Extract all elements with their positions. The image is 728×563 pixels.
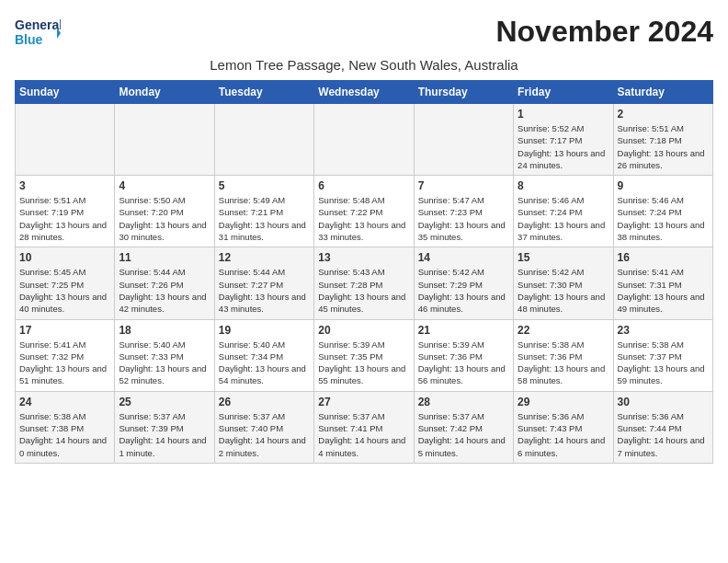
day-number: 15: [518, 251, 609, 264]
logo-svg: General Blue: [15, 15, 61, 53]
day-cell: 16Sunrise: 5:41 AM Sunset: 7:31 PM Dayli…: [613, 247, 712, 319]
location-title: Lemon Tree Passage, New South Wales, Aus…: [15, 57, 713, 73]
day-cell: 14Sunrise: 5:42 AM Sunset: 7:29 PM Dayli…: [414, 247, 513, 319]
day-number: 18: [119, 324, 210, 337]
day-number: 4: [119, 179, 210, 192]
day-number: 24: [19, 396, 110, 408]
svg-text:Blue: Blue: [15, 32, 43, 47]
day-info: Sunrise: 5:44 AM Sunset: 7:27 PM Dayligh…: [219, 266, 310, 315]
col-header-friday: Friday: [514, 81, 613, 104]
day-info: Sunrise: 5:39 AM Sunset: 7:35 PM Dayligh…: [318, 339, 409, 387]
day-cell: 19Sunrise: 5:40 AM Sunset: 7:34 PM Dayli…: [214, 319, 313, 391]
day-number: 21: [418, 324, 509, 337]
day-cell: 25Sunrise: 5:37 AM Sunset: 7:39 PM Dayli…: [115, 391, 214, 463]
day-info: Sunrise: 5:49 AM Sunset: 7:21 PM Dayligh…: [219, 194, 310, 243]
day-info: Sunrise: 5:43 AM Sunset: 7:28 PM Dayligh…: [318, 266, 409, 315]
col-header-wednesday: Wednesday: [314, 81, 414, 104]
day-cell: 21Sunrise: 5:39 AM Sunset: 7:36 PM Dayli…: [414, 319, 513, 391]
day-cell: [414, 104, 513, 176]
day-info: Sunrise: 5:38 AM Sunset: 7:36 PM Dayligh…: [518, 339, 609, 387]
day-cell: 9Sunrise: 5:46 AM Sunset: 7:24 PM Daylig…: [613, 176, 712, 247]
day-number: 9: [618, 179, 709, 192]
day-info: Sunrise: 5:42 AM Sunset: 7:30 PM Dayligh…: [518, 266, 609, 315]
day-info: Sunrise: 5:39 AM Sunset: 7:36 PM Dayligh…: [418, 339, 509, 387]
day-info: Sunrise: 5:41 AM Sunset: 7:32 PM Dayligh…: [19, 339, 110, 387]
day-cell: [115, 104, 214, 176]
day-cell: 30Sunrise: 5:36 AM Sunset: 7:44 PM Dayli…: [613, 391, 712, 463]
day-cell: 17Sunrise: 5:41 AM Sunset: 7:32 PM Dayli…: [16, 319, 115, 391]
day-cell: 15Sunrise: 5:42 AM Sunset: 7:30 PM Dayli…: [514, 247, 613, 319]
week-row-4: 24Sunrise: 5:38 AM Sunset: 7:38 PM Dayli…: [16, 391, 713, 463]
day-number: 28: [418, 396, 509, 408]
day-info: Sunrise: 5:46 AM Sunset: 7:24 PM Dayligh…: [518, 194, 609, 243]
day-cell: [214, 104, 313, 176]
day-cell: 1Sunrise: 5:52 AM Sunset: 7:17 PM Daylig…: [514, 104, 613, 176]
day-info: Sunrise: 5:37 AM Sunset: 7:41 PM Dayligh…: [318, 410, 409, 459]
calendar-table: SundayMondayTuesdayWednesdayThursdayFrid…: [15, 80, 713, 464]
day-number: 25: [119, 396, 210, 408]
day-number: 1: [518, 108, 609, 121]
day-number: 16: [618, 251, 709, 264]
day-cell: 8Sunrise: 5:46 AM Sunset: 7:24 PM Daylig…: [514, 176, 613, 247]
day-info: Sunrise: 5:36 AM Sunset: 7:44 PM Dayligh…: [618, 410, 709, 459]
day-cell: 23Sunrise: 5:38 AM Sunset: 7:37 PM Dayli…: [613, 319, 712, 391]
day-info: Sunrise: 5:37 AM Sunset: 7:39 PM Dayligh…: [119, 410, 210, 459]
day-cell: 24Sunrise: 5:38 AM Sunset: 7:38 PM Dayli…: [16, 391, 115, 463]
day-info: Sunrise: 5:51 AM Sunset: 7:18 PM Dayligh…: [618, 122, 709, 171]
day-number: 3: [19, 179, 110, 192]
day-cell: 4Sunrise: 5:50 AM Sunset: 7:20 PM Daylig…: [115, 176, 214, 247]
day-number: 11: [119, 251, 210, 264]
day-info: Sunrise: 5:41 AM Sunset: 7:31 PM Dayligh…: [618, 266, 709, 315]
day-number: 5: [219, 179, 310, 192]
day-number: 7: [418, 179, 509, 192]
day-info: Sunrise: 5:50 AM Sunset: 7:20 PM Dayligh…: [119, 194, 210, 243]
month-title: November 2024: [495, 15, 713, 49]
day-cell: 22Sunrise: 5:38 AM Sunset: 7:36 PM Dayli…: [514, 319, 613, 391]
day-number: 29: [518, 396, 609, 408]
day-info: Sunrise: 5:51 AM Sunset: 7:19 PM Dayligh…: [19, 194, 110, 243]
day-cell: 27Sunrise: 5:37 AM Sunset: 7:41 PM Dayli…: [314, 391, 414, 463]
header: General Blue November 2024: [15, 15, 713, 53]
week-row-0: 1Sunrise: 5:52 AM Sunset: 7:17 PM Daylig…: [16, 104, 713, 176]
col-header-sunday: Sunday: [16, 81, 115, 104]
day-cell: 10Sunrise: 5:45 AM Sunset: 7:25 PM Dayli…: [16, 247, 115, 319]
day-number: 8: [518, 179, 609, 192]
day-info: Sunrise: 5:46 AM Sunset: 7:24 PM Dayligh…: [618, 194, 709, 243]
week-row-3: 17Sunrise: 5:41 AM Sunset: 7:32 PM Dayli…: [16, 319, 713, 391]
day-number: 12: [219, 251, 310, 264]
day-number: 10: [19, 251, 110, 264]
day-info: Sunrise: 5:40 AM Sunset: 7:33 PM Dayligh…: [119, 339, 210, 387]
day-cell: 3Sunrise: 5:51 AM Sunset: 7:19 PM Daylig…: [16, 176, 115, 247]
week-row-2: 10Sunrise: 5:45 AM Sunset: 7:25 PM Dayli…: [16, 247, 713, 319]
day-cell: 2Sunrise: 5:51 AM Sunset: 7:18 PM Daylig…: [613, 104, 712, 176]
day-number: 30: [618, 396, 709, 408]
day-info: Sunrise: 5:37 AM Sunset: 7:40 PM Dayligh…: [219, 410, 310, 459]
day-number: 20: [318, 324, 409, 337]
day-info: Sunrise: 5:38 AM Sunset: 7:38 PM Dayligh…: [19, 410, 110, 459]
day-cell: [16, 104, 115, 176]
day-number: 14: [418, 251, 509, 264]
day-cell: [314, 104, 414, 176]
day-cell: 26Sunrise: 5:37 AM Sunset: 7:40 PM Dayli…: [214, 391, 313, 463]
day-info: Sunrise: 5:44 AM Sunset: 7:26 PM Dayligh…: [119, 266, 210, 315]
day-info: Sunrise: 5:48 AM Sunset: 7:22 PM Dayligh…: [318, 194, 409, 243]
day-info: Sunrise: 5:40 AM Sunset: 7:34 PM Dayligh…: [219, 339, 310, 387]
svg-text:General: General: [15, 17, 61, 32]
day-cell: 11Sunrise: 5:44 AM Sunset: 7:26 PM Dayli…: [115, 247, 214, 319]
day-cell: 6Sunrise: 5:48 AM Sunset: 7:22 PM Daylig…: [314, 176, 414, 247]
day-number: 26: [219, 396, 310, 408]
header-row: SundayMondayTuesdayWednesdayThursdayFrid…: [16, 81, 713, 104]
day-cell: 13Sunrise: 5:43 AM Sunset: 7:28 PM Dayli…: [314, 247, 414, 319]
logo: General Blue: [15, 15, 61, 53]
day-number: 22: [518, 324, 609, 337]
day-number: 17: [19, 324, 110, 337]
day-cell: 28Sunrise: 5:37 AM Sunset: 7:42 PM Dayli…: [414, 391, 513, 463]
day-number: 27: [318, 396, 409, 408]
day-number: 23: [618, 324, 709, 337]
day-number: 2: [618, 108, 709, 121]
day-info: Sunrise: 5:52 AM Sunset: 7:17 PM Dayligh…: [518, 122, 609, 171]
day-cell: 7Sunrise: 5:47 AM Sunset: 7:23 PM Daylig…: [414, 176, 513, 247]
col-header-monday: Monday: [115, 81, 214, 104]
day-info: Sunrise: 5:36 AM Sunset: 7:43 PM Dayligh…: [518, 410, 609, 459]
day-info: Sunrise: 5:38 AM Sunset: 7:37 PM Dayligh…: [618, 339, 709, 387]
